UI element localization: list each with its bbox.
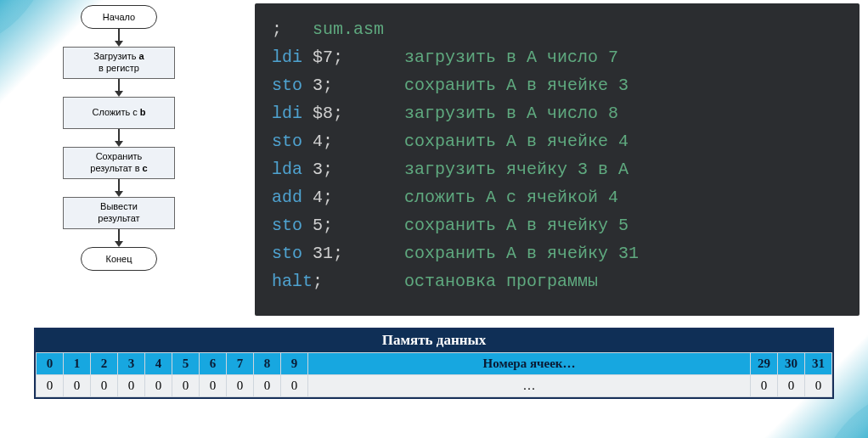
memory-table: Память данных 0123456789Номера ячеек…293… — [34, 328, 834, 399]
code-panel: ; sum.asmldi $7; загрузить в А число 7st… — [255, 3, 860, 316]
flow-step-text: Сложить с b — [92, 107, 145, 119]
memory-header-row: 0123456789Номера ячеек…293031 — [37, 353, 832, 375]
memory-value-cell: 0 — [200, 375, 227, 397]
code-line: ; sum.asm — [272, 15, 844, 43]
flow-step-text: Вывести результат — [98, 201, 139, 225]
memory-header-cell: 2 — [91, 353, 118, 375]
memory-title: Память данных — [36, 329, 832, 352]
arrow-icon — [115, 79, 123, 97]
flow-start-label: Начало — [103, 12, 135, 22]
memory-value-cell: 0 — [64, 375, 91, 397]
memory-header-cell: 6 — [200, 353, 227, 375]
memory-header-cell: 4 — [145, 353, 172, 375]
code-line: ldi $8; загрузить в А число 8 — [272, 99, 844, 127]
code-line: halt; остановка программы — [272, 267, 844, 295]
slide-stage: Начало Загрузить a в регистр Сложить с b… — [0, 0, 868, 438]
memory-header-cell: 5 — [172, 353, 200, 375]
flow-end: Конец — [81, 247, 157, 271]
memory-value-cell: 0 — [227, 375, 254, 397]
memory-header-cell: 30 — [778, 353, 805, 375]
memory-header-cell: 7 — [227, 353, 254, 375]
memory-value-cell: 0 — [254, 375, 281, 397]
memory-value-cell: 0 — [172, 375, 200, 397]
code-line: sto 4; сохранить А в ячейке 4 — [272, 127, 844, 155]
flow-step-add: Сложить с b — [63, 97, 175, 129]
flow-step-text: Загрузить a в регистр — [93, 51, 144, 75]
top-row: Начало Загрузить a в регистр Сложить с b… — [8, 3, 860, 316]
code-line: sto 5; сохранить А в ячейку 5 — [272, 211, 844, 239]
memory-header-cell: 8 — [254, 353, 281, 375]
memory-value-row: 0000000000…000 — [37, 375, 832, 397]
memory-value-cell: 0 — [751, 375, 778, 397]
flow-step-load: Загрузить a в регистр — [63, 47, 175, 79]
arrow-icon — [115, 29, 123, 47]
flow-step-store: Сохранить результат в c — [63, 147, 175, 179]
memory-grid: 0123456789Номера ячеек…293031 0000000000… — [36, 352, 832, 397]
memory-value-cell: 0 — [778, 375, 805, 397]
flow-end-label: Конец — [105, 254, 132, 264]
memory-header-cell: 1 — [64, 353, 91, 375]
code-line: sto 31; сохранить А в ячейку 31 — [272, 239, 844, 267]
memory-header-cell: Номера ячеек… — [308, 353, 751, 375]
code-line: sto 3; сохранить А в ячейке 3 — [272, 71, 844, 99]
code-line: lda 3; загрузить ячейку 3 в А — [272, 155, 844, 183]
flow-step-print: Вывести результат — [63, 197, 175, 229]
flow-start: Начало — [81, 5, 157, 29]
memory-header-cell: 9 — [281, 353, 308, 375]
memory-value-cell: 0 — [118, 375, 145, 397]
code-line: ldi $7; загрузить в А число 7 — [272, 43, 844, 71]
memory-value-cell: 0 — [805, 375, 832, 397]
flow-step-text: Сохранить результат в c — [90, 151, 147, 175]
flowchart: Начало Загрузить a в регистр Сложить с b… — [8, 3, 229, 271]
memory-value-cell: 0 — [91, 375, 118, 397]
code-line: add 4; сложить А с ячейкой 4 — [272, 183, 844, 211]
arrow-icon — [115, 229, 123, 247]
memory-value-cell: 0 — [37, 375, 64, 397]
arrow-icon — [115, 129, 123, 147]
memory-value-cell: 0 — [145, 375, 172, 397]
memory-header-cell: 3 — [118, 353, 145, 375]
memory-header-cell: 31 — [805, 353, 832, 375]
memory-value-cell: 0 — [281, 375, 308, 397]
memory-value-cell: … — [308, 375, 751, 397]
arrow-icon — [115, 179, 123, 197]
memory-header-cell: 29 — [751, 353, 778, 375]
memory-header-cell: 0 — [37, 353, 64, 375]
